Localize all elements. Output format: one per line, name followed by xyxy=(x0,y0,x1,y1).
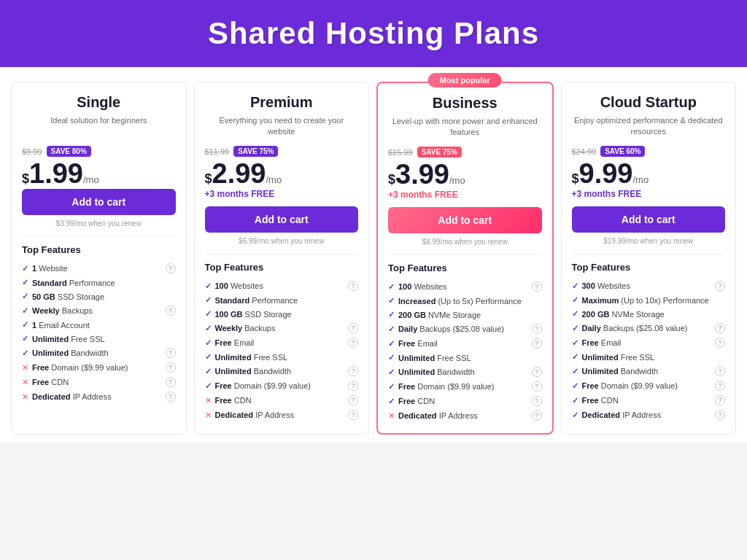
feature-item: ✓ Free Domain ($9.99 value) ? xyxy=(572,378,726,393)
info-icon[interactable]: ? xyxy=(715,338,725,348)
info-icon[interactable]: ? xyxy=(166,392,176,402)
info-icon[interactable]: ? xyxy=(532,324,542,334)
price-suffix-business: /mo xyxy=(449,175,465,186)
save-badge-single: SAVE 80% xyxy=(47,146,91,157)
feature-text: 100 Websites xyxy=(398,282,446,291)
info-icon[interactable]: ? xyxy=(532,281,542,292)
feature-list-business: ✓ 100 Websites ? ✓ Increased (Up to 5x) … xyxy=(388,279,542,423)
feature-text: Unlimited Free SSL xyxy=(215,353,288,362)
info-icon[interactable]: ? xyxy=(166,348,176,358)
cross-icon: ✕ xyxy=(22,378,28,387)
original-price-business: $15.99 xyxy=(388,148,413,157)
check-icon: ✓ xyxy=(388,382,395,392)
info-icon[interactable]: ? xyxy=(715,381,725,391)
check-icon: ✓ xyxy=(205,309,212,319)
info-icon[interactable]: ? xyxy=(715,395,725,405)
plans-container: SingleIdeal solution for beginners $9.99… xyxy=(0,67,747,442)
divider-premium xyxy=(205,254,359,254)
info-icon[interactable]: ? xyxy=(166,377,176,387)
feature-item: ✓ 300 Websites ? xyxy=(572,279,726,293)
features-title-single: Top Features xyxy=(22,244,176,255)
check-icon: ✓ xyxy=(572,295,578,305)
plan-card-cloud-startup: Cloud StartupEnjoy optimized performance… xyxy=(561,82,737,435)
price-dollar-cloud-startup: $ xyxy=(572,171,579,187)
feature-text: Free CDN xyxy=(582,396,619,405)
feature-item: ✓ Free Email ? xyxy=(205,335,359,350)
add-to-cart-btn-single[interactable]: Add to cart xyxy=(22,189,176,215)
feature-item: ✓ Free CDN ? xyxy=(572,393,726,408)
feature-item: ✓ Unlimited Free SSL xyxy=(572,350,726,364)
plan-card-premium: PremiumEverything you need to create you… xyxy=(194,82,370,435)
info-icon[interactable]: ? xyxy=(166,306,176,316)
info-icon[interactable]: ? xyxy=(715,323,725,333)
feature-text: Daily Backups ($25.08 value) xyxy=(582,324,688,332)
info-icon[interactable]: ? xyxy=(348,281,358,291)
add-to-cart-btn-premium[interactable]: Add to cart xyxy=(205,206,359,233)
feature-item: ✓ 100 Websites ? xyxy=(388,279,542,294)
info-icon[interactable]: ? xyxy=(532,396,542,406)
info-icon[interactable]: ? xyxy=(715,410,725,420)
feature-text: Weekly Backups xyxy=(215,324,276,332)
feature-text: Unlimited Free SSL xyxy=(32,335,105,343)
feature-item: ✓ 100 Websites ? xyxy=(205,279,359,293)
feature-text: Free Domain ($9.99 value) xyxy=(582,381,678,390)
features-title-cloud-startup: Top Features xyxy=(572,262,726,273)
feature-text: 300 Websites xyxy=(582,281,630,290)
cross-icon: ✕ xyxy=(205,396,212,405)
price-amount-single: 1.99 xyxy=(29,160,83,187)
feature-text: Unlimited Bandwidth xyxy=(215,367,292,376)
cross-icon: ✕ xyxy=(205,411,212,420)
info-icon[interactable]: ? xyxy=(715,281,725,291)
renew-price-business: $8.99/mo when you renew xyxy=(388,238,542,246)
features-title-premium: Top Features xyxy=(205,262,359,273)
info-icon[interactable]: ? xyxy=(532,367,542,377)
info-icon[interactable]: ? xyxy=(348,410,358,420)
plan-desc-premium: Everything you need to create your websi… xyxy=(205,115,359,139)
plan-card-single: SingleIdeal solution for beginners $9.99… xyxy=(11,82,187,435)
plan-name-premium: Premium xyxy=(205,94,359,111)
feature-text: Dedicated IP Address xyxy=(398,411,478,420)
renew-price-single: $3.99/mo when you renew xyxy=(22,219,176,228)
check-icon: ✓ xyxy=(22,349,28,358)
info-icon[interactable]: ? xyxy=(532,411,542,421)
feature-text: 50 GB SSD Storage xyxy=(32,292,104,301)
months-free-cloud-startup: +3 months FREE xyxy=(572,189,726,199)
most-popular-badge: Most popular xyxy=(428,73,502,88)
feature-text: Maximum (Up to 10x) Performance xyxy=(582,296,709,305)
info-icon[interactable]: ? xyxy=(166,263,176,273)
info-icon[interactable]: ? xyxy=(532,381,542,392)
add-to-cart-btn-cloud-startup[interactable]: Add to cart xyxy=(572,206,726,233)
feature-item: ✓ 50 GB SSD Storage xyxy=(22,289,176,303)
plan-card-business: Most popularBusinessLevel-up with more p… xyxy=(376,82,554,435)
price-main-business: $ 3.99 /mo xyxy=(388,160,542,188)
check-icon: ✓ xyxy=(205,352,212,362)
check-icon: ✓ xyxy=(572,411,578,420)
check-icon: ✓ xyxy=(388,353,395,362)
info-icon[interactable]: ? xyxy=(715,366,725,376)
feature-text: Unlimited Bandwidth xyxy=(398,368,475,376)
save-badge-business: SAVE 75% xyxy=(417,147,462,158)
check-icon: ✓ xyxy=(572,367,578,376)
check-icon: ✓ xyxy=(22,334,28,343)
info-icon[interactable]: ? xyxy=(348,395,358,405)
check-icon: ✓ xyxy=(22,278,28,287)
feature-item: ✓ 100 GB SSD Storage xyxy=(205,307,359,321)
info-icon[interactable]: ? xyxy=(348,381,358,391)
feature-text: Free Domain ($9.99 value) xyxy=(32,363,128,372)
add-to-cart-btn-business[interactable]: Add to cart xyxy=(388,207,542,233)
info-icon[interactable]: ? xyxy=(348,323,358,333)
feature-item: ✕ Free CDN ? xyxy=(22,375,176,389)
cross-icon: ✕ xyxy=(388,411,395,421)
info-icon[interactable]: ? xyxy=(532,338,542,349)
feature-text: Dedicated IP Address xyxy=(215,411,295,419)
renew-price-cloud-startup: $19.99/mo when you renew xyxy=(572,237,726,245)
info-icon[interactable]: ? xyxy=(348,338,358,348)
info-icon[interactable]: ? xyxy=(166,362,176,373)
feature-text: 200 GB NVMe Storage xyxy=(398,311,481,319)
check-icon: ✓ xyxy=(205,381,212,391)
check-icon: ✓ xyxy=(388,324,395,334)
feature-text: Standard Performance xyxy=(32,279,115,287)
info-icon[interactable]: ? xyxy=(348,366,358,376)
feature-item: ✓ Standard Performance xyxy=(22,276,176,289)
feature-list-single: ✓ 1 Website ? ✓ Standard Performance ✓ 5… xyxy=(22,261,176,404)
